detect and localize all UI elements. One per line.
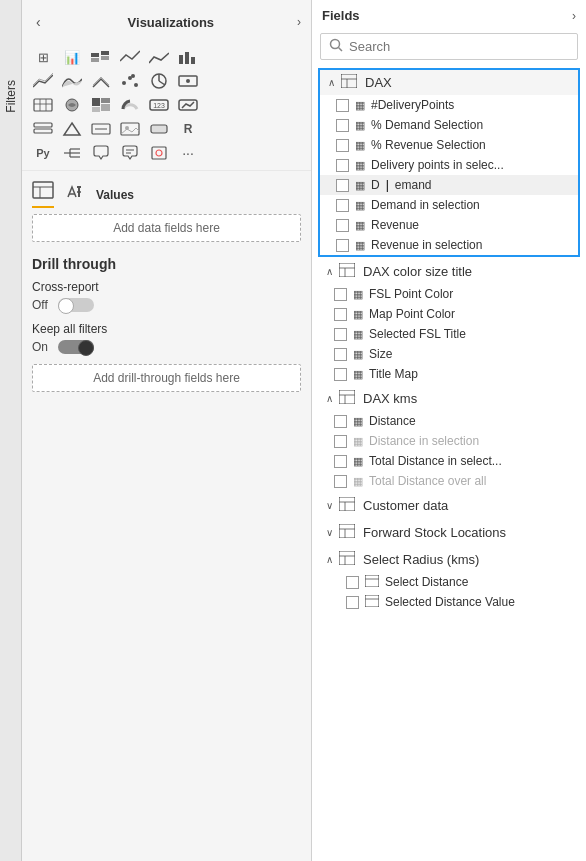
- viz-icon-bar[interactable]: 📊: [59, 46, 85, 68]
- filters-tab-label[interactable]: Filters: [4, 80, 18, 113]
- values-tab-fields[interactable]: [32, 181, 54, 208]
- viz-icon-column[interactable]: [175, 46, 201, 68]
- dax-kms-group-header[interactable]: ∧ DAX kms: [318, 386, 580, 411]
- viz-icon-image[interactable]: [117, 118, 143, 140]
- viz-icon-table[interactable]: ⊞: [30, 46, 56, 68]
- dax-kms-total-dist-all-checkbox[interactable]: [334, 475, 347, 488]
- viz-panel-expand-icon[interactable]: ›: [297, 15, 301, 29]
- dax-field-demand-sel[interactable]: ▦ % Demand Selection: [320, 115, 578, 135]
- viz-icon-qa[interactable]: [88, 142, 114, 164]
- dax-field-demand[interactable]: ▦ D | emand: [320, 175, 578, 195]
- viz-icon-textbox[interactable]: [88, 118, 114, 140]
- viz-icon-shape[interactable]: [59, 118, 85, 140]
- dax-field-revenue-checkbox[interactable]: [336, 219, 349, 232]
- viz-icon-line[interactable]: [117, 46, 143, 68]
- dax-field-demand-checkbox[interactable]: [336, 179, 349, 192]
- dax-color-selected-fsl-checkbox[interactable]: [334, 328, 347, 341]
- collapse-left-button[interactable]: ‹: [32, 8, 45, 36]
- svg-rect-22: [101, 98, 110, 103]
- dax-kms-total-dist-checkbox[interactable]: [334, 455, 347, 468]
- dax-kms-total-dist[interactable]: ▦ Total Distance in select...: [318, 451, 580, 471]
- add-fields-box[interactable]: Add data fields here: [32, 214, 301, 242]
- svg-rect-24: [92, 107, 100, 112]
- dax-color-size[interactable]: ▦ Size: [318, 344, 580, 364]
- viz-icon-ribbon[interactable]: [30, 70, 56, 92]
- dax-kms-distance-in-sel-checkbox[interactable]: [334, 435, 347, 448]
- select-radius-col-icon-2: [365, 595, 379, 609]
- viz-icon-slicer[interactable]: [30, 118, 56, 140]
- viz-icon-funnel[interactable]: [88, 70, 114, 92]
- fsl-group-header[interactable]: ∨ Forward Stock Locations: [318, 520, 580, 545]
- dax-field-revenue[interactable]: ▦ Revenue: [320, 215, 578, 235]
- dax-field-rev-sel-checkbox[interactable]: [336, 139, 349, 152]
- dax-color-size-checkbox[interactable]: [334, 348, 347, 361]
- dax-field-demand-in-sel[interactable]: ▦ Demand in selection: [320, 195, 578, 215]
- dax-field-rev-sel[interactable]: ▦ % Revenue Selection: [320, 135, 578, 155]
- viz-icon-map[interactable]: [175, 70, 201, 92]
- search-box[interactable]: [320, 33, 578, 60]
- viz-icon-gauge[interactable]: [117, 94, 143, 116]
- viz-icon-area[interactable]: [146, 46, 172, 68]
- dax-field-rev-in-sel-checkbox[interactable]: [336, 239, 349, 252]
- select-radius-distance[interactable]: Select Distance: [318, 572, 580, 592]
- select-radius-group-header[interactable]: ∧ Select Radius (kms): [318, 547, 580, 572]
- dax-color-title-map[interactable]: ▦ Title Map: [318, 364, 580, 384]
- dax-field-demand-in-sel-checkbox[interactable]: [336, 199, 349, 212]
- dax-color-map-point-checkbox[interactable]: [334, 308, 347, 321]
- svg-rect-74: [365, 595, 379, 607]
- select-radius-dist-value-checkbox[interactable]: [346, 596, 359, 609]
- fsl-group-name: Forward Stock Locations: [363, 525, 506, 540]
- dax-kms-group-name: DAX kms: [363, 391, 417, 406]
- dax-field-measure-icon-5: ▦: [355, 179, 365, 192]
- viz-icon-r-visual[interactable]: R: [175, 118, 201, 140]
- viz-icon-treemap[interactable]: [88, 94, 114, 116]
- dax-field-delivery-sel-checkbox[interactable]: [336, 159, 349, 172]
- viz-icon-more[interactable]: ···: [175, 142, 201, 164]
- viz-icon-matrix[interactable]: [30, 94, 56, 116]
- viz-icon-decomp-tree[interactable]: [59, 142, 85, 164]
- dax-kms-total-dist-all[interactable]: ▦ Total Distance over all: [318, 471, 580, 491]
- dax-kms-distance-in-sel[interactable]: ▦ Distance in selection: [318, 431, 580, 451]
- viz-icon-python[interactable]: Py: [30, 142, 56, 164]
- cross-report-toggle[interactable]: [58, 298, 94, 312]
- dax-color-title-map-checkbox[interactable]: [334, 368, 347, 381]
- viz-icon-card[interactable]: 123: [146, 94, 172, 116]
- dax-group-header[interactable]: ∧ DAX: [320, 70, 578, 95]
- dax-color-map-point[interactable]: ▦ Map Point Color: [318, 304, 580, 324]
- dax-kms-distance-checkbox[interactable]: [334, 415, 347, 428]
- svg-rect-23: [101, 104, 110, 111]
- dax-field-delivery-points-checkbox[interactable]: [336, 99, 349, 112]
- select-radius-group: ∧ Select Radius (kms) Select Distance: [318, 547, 580, 612]
- keep-filters-toggle[interactable]: [58, 340, 94, 354]
- dax-field-delivery-sel[interactable]: ▦ Delivery points in selec...: [320, 155, 578, 175]
- select-radius-distance-checkbox[interactable]: [346, 576, 359, 589]
- dax-field-rev-in-sel[interactable]: ▦ Revenue in selection: [320, 235, 578, 255]
- dax-color-fsl-point-checkbox[interactable]: [334, 288, 347, 301]
- viz-icon-paginated[interactable]: [146, 142, 172, 164]
- add-drillthrough-box[interactable]: Add drill-through fields here: [32, 364, 301, 392]
- viz-icon-scatter[interactable]: [117, 70, 143, 92]
- viz-icon-kpi[interactable]: [175, 94, 201, 116]
- viz-icon-filled-map[interactable]: [59, 94, 85, 116]
- values-tab-format[interactable]: [64, 183, 86, 206]
- dax-color-selected-fsl[interactable]: ▦ Selected FSL Title: [318, 324, 580, 344]
- values-tab-underline: [32, 206, 54, 208]
- viz-icon-smart-narrative[interactable]: [117, 142, 143, 164]
- dax-field-delivery-points[interactable]: ▦ #DeliveryPoints: [320, 95, 578, 115]
- viz-icon-waterfall[interactable]: [59, 70, 85, 92]
- viz-icon-button[interactable]: [146, 118, 172, 140]
- dax-kms-distance[interactable]: ▦ Distance: [318, 411, 580, 431]
- dax-color-group-header[interactable]: ∧ DAX color size title: [318, 259, 580, 284]
- viz-icon-stacked-bar[interactable]: [88, 46, 114, 68]
- viz-row-4: R: [30, 118, 303, 140]
- dax-kms-distance-label: Distance: [369, 414, 416, 428]
- dax-color-fsl-point[interactable]: ▦ FSL Point Color: [318, 284, 580, 304]
- customer-data-group-header[interactable]: ∨ Customer data: [318, 493, 580, 518]
- select-radius-dist-value[interactable]: Selected Distance Value: [318, 592, 580, 612]
- dax-field-demand-sel-checkbox[interactable]: [336, 119, 349, 132]
- viz-icon-pie[interactable]: [146, 70, 172, 92]
- customer-data-group-name: Customer data: [363, 498, 448, 513]
- fields-panel-chevron[interactable]: ›: [572, 9, 576, 23]
- search-input[interactable]: [349, 39, 569, 54]
- filters-tab[interactable]: Filters: [0, 0, 22, 861]
